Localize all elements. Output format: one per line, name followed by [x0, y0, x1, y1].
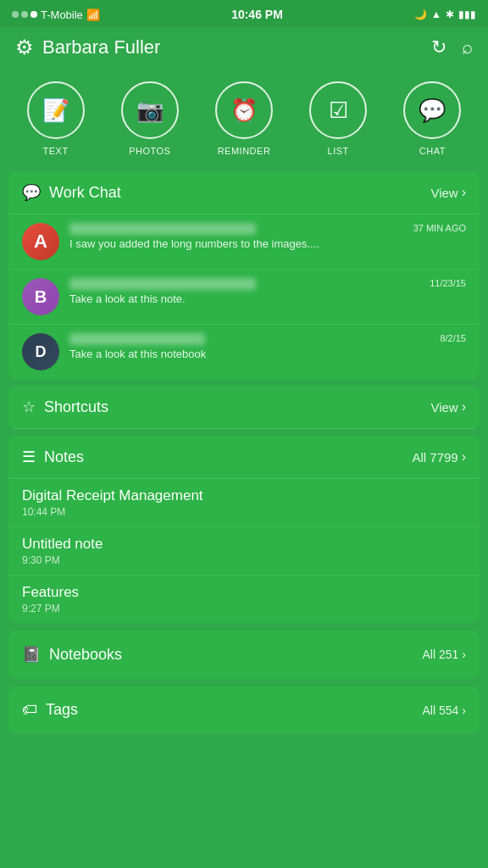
chat-top: 11/23/15 [69, 278, 466, 290]
tags-icon: 🏷 [22, 701, 37, 719]
carrier-label: T-Mobile [41, 8, 83, 21]
tags-title-row: 🏷 Tags [22, 701, 78, 719]
shortcuts-title: Shortcuts [44, 398, 108, 416]
notebooks-all-label: All 251 [423, 648, 459, 661]
settings-icon[interactable]: ⚙ [15, 36, 34, 59]
notes-all-button[interactable]: All 7799 › [412, 449, 466, 465]
tags-row[interactable]: 🏷 Tags All 554 › [8, 686, 480, 734]
notes-header: ☰ Notes All 7799 › [8, 436, 480, 479]
notebooks-title: Notebooks [49, 646, 122, 664]
notes-chevron: › [462, 449, 466, 465]
text-label: TEXT [43, 146, 69, 156]
battery-icon: ▮▮▮ [458, 8, 476, 20]
photos-icon-circle: 📷 [121, 81, 179, 139]
tags-all-label: All 554 [423, 704, 459, 717]
chat-name-blurred [69, 278, 256, 290]
chat-item[interactable]: D 8/2/15 Take a look at this notebook [8, 325, 480, 379]
chat-time: 8/2/15 [440, 333, 466, 345]
list-label: LIST [328, 146, 349, 156]
note-time: 9:30 PM [22, 554, 466, 566]
list-icon: ☑ [329, 97, 348, 124]
signal-dot-3 [30, 11, 37, 18]
signal-dot-2 [21, 11, 28, 18]
chat-name-blurred [69, 333, 205, 345]
notebooks-chevron: › [462, 648, 466, 661]
note-title: Untitled note [22, 536, 466, 553]
qa-photos[interactable]: 📷 PHOTOS [103, 81, 197, 156]
notebooks-title-row: 📓 Notebooks [22, 645, 122, 664]
status-right: 🌙 ▲ ✱ ▮▮▮ [414, 8, 476, 20]
note-time: 10:44 PM [22, 506, 466, 518]
chat-time: 11/23/15 [430, 278, 466, 290]
work-chat-section: 💬 Work Chat View › A 37 MIN AGO I saw yo… [8, 171, 480, 379]
status-bar: T-Mobile 📶 10:46 PM 🌙 ▲ ✱ ▮▮▮ [0, 0, 488, 27]
text-icon: 📝 [42, 97, 69, 124]
qa-list[interactable]: ☑ LIST [291, 81, 385, 156]
note-item[interactable]: Untitled note 9:30 PM [8, 527, 480, 576]
photos-label: PHOTOS [129, 146, 170, 156]
notes-title: Notes [44, 448, 84, 466]
quick-access-bar: 📝 TEXT 📷 PHOTOS ⏰ REMINDER ☑ LIST 💬 CHAT [0, 70, 488, 164]
shortcuts-view-label: View [430, 400, 458, 415]
work-chat-view-label: View [430, 186, 458, 200]
chat-item[interactable]: A 37 MIN AGO I saw you added the long nu… [8, 214, 480, 270]
shortcuts-chevron: › [462, 399, 466, 415]
notebooks-icon: 📓 [22, 645, 41, 664]
reminder-icon-circle: ⏰ [215, 81, 273, 139]
notebooks-row[interactable]: 📓 Notebooks All 251 › [8, 630, 480, 679]
wifi-icon: 📶 [86, 8, 100, 21]
tags-chevron: › [462, 704, 466, 717]
header-left: ⚙ Barbara Fuller [15, 36, 160, 59]
chat-icon-circle: 💬 [403, 81, 461, 139]
qa-text[interactable]: 📝 TEXT [8, 81, 103, 156]
shortcuts-section: ☆ Shortcuts View › [8, 386, 480, 429]
shortcuts-view-button[interactable]: View › [430, 399, 466, 415]
chat-item[interactable]: B 11/23/15 Take a look at this note. [8, 270, 480, 325]
work-chat-header: 💬 Work Chat View › [8, 171, 480, 214]
shortcuts-header: ☆ Shortcuts View › [8, 386, 480, 429]
chat-label: CHAT [419, 146, 446, 156]
notes-section: ☰ Notes All 7799 › Digital Receipt Manag… [8, 436, 480, 623]
chat-preview: Take a look at this note. [69, 292, 466, 305]
note-title: Digital Receipt Management [22, 487, 466, 504]
avatar: D [22, 333, 59, 370]
tags-section: 🏷 Tags All 554 › [8, 686, 480, 734]
chat-preview: I saw you added the long numbers to the … [69, 237, 466, 250]
signal-dot-1 [12, 11, 19, 18]
note-item[interactable]: Features 9:27 PM [8, 576, 480, 623]
chat-content: 11/23/15 Take a look at this note. [69, 278, 466, 305]
tags-all-button[interactable]: All 554 › [423, 704, 466, 717]
shortcuts-title-row: ☆ Shortcuts [22, 398, 108, 416]
status-time: 10:46 PM [231, 8, 283, 21]
notes-all-label: All 7799 [412, 450, 458, 465]
header-right: ↻ ⌕ [431, 36, 473, 58]
notes-icon: ☰ [22, 448, 36, 466]
tags-title: Tags [46, 701, 78, 719]
chat-content: 37 MIN AGO I saw you added the long numb… [69, 223, 466, 250]
work-chat-title: Work Chat [49, 184, 121, 202]
avatar: B [22, 278, 59, 315]
reminder-icon: ⏰ [230, 97, 258, 124]
chat-section-icon: 💬 [22, 183, 41, 202]
chat-top: 8/2/15 [69, 333, 466, 345]
work-chat-chevron: › [462, 185, 466, 200]
bluetooth-icon: ✱ [446, 8, 454, 20]
notebooks-section: 📓 Notebooks All 251 › [8, 630, 480, 679]
signal-dots [12, 11, 37, 18]
avatar: A [22, 223, 59, 260]
notebooks-all-button[interactable]: All 251 › [423, 648, 466, 661]
note-item[interactable]: Digital Receipt Management 10:44 PM [8, 479, 480, 527]
sync-icon[interactable]: ↻ [431, 36, 446, 58]
qa-reminder[interactable]: ⏰ REMINDER [197, 81, 291, 156]
note-title: Features [22, 584, 466, 601]
note-time: 9:27 PM [22, 603, 466, 615]
search-icon[interactable]: ⌕ [462, 36, 473, 58]
text-icon-circle: 📝 [27, 81, 85, 139]
chat-top: 37 MIN AGO [69, 223, 466, 235]
work-chat-view-button[interactable]: View › [430, 185, 466, 200]
app-header: ⚙ Barbara Fuller ↻ ⌕ [0, 27, 488, 70]
qa-chat[interactable]: 💬 CHAT [385, 81, 480, 156]
chat-preview: Take a look at this notebook [69, 348, 466, 360]
list-icon-circle: ☑ [309, 81, 367, 139]
reminder-label: REMINDER [218, 146, 271, 156]
